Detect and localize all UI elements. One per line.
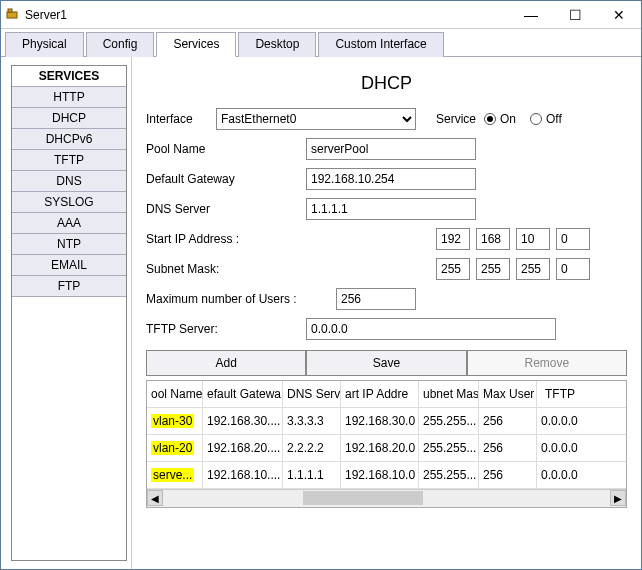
startip-oct3[interactable] — [516, 228, 550, 250]
table-cell: 0.0.0.0 — [537, 408, 579, 434]
tab-config[interactable]: Config — [86, 32, 155, 57]
col-gateway[interactable]: efault Gatewa — [203, 381, 283, 407]
startip-oct2[interactable] — [476, 228, 510, 250]
horizontal-scrollbar[interactable]: ◀ ▶ — [147, 489, 626, 507]
service-label: Service — [436, 112, 476, 126]
subnet-label: Subnet Mask: — [146, 262, 436, 276]
table-cell: 192.168.20.... — [203, 435, 283, 461]
remove-button[interactable]: Remove — [467, 350, 627, 376]
sidebar-item-tftp[interactable]: TFTP — [12, 150, 126, 171]
table-cell: 192.168.20.0 — [341, 435, 419, 461]
col-dns[interactable]: DNS Serve — [283, 381, 341, 407]
gateway-input[interactable] — [306, 168, 476, 190]
page-title: DHCP — [146, 73, 627, 94]
table-row[interactable]: vlan-30192.168.30....3.3.3.3192.168.30.0… — [147, 408, 626, 435]
table-cell: 256 — [479, 462, 537, 488]
table-row[interactable]: serve...192.168.10....1.1.1.1192.168.10.… — [147, 462, 626, 489]
sidebar-item-dns[interactable]: DNS — [12, 171, 126, 192]
maxusers-label: Maximum number of Users : — [146, 292, 336, 306]
table-cell: vlan-20 — [147, 435, 203, 461]
sidebar-item-http[interactable]: HTTP — [12, 87, 126, 108]
services-sidebar: SERVICES HTTP DHCP DHCPv6 TFTP DNS SYSLO… — [11, 65, 127, 561]
sidebar-item-aaa[interactable]: AAA — [12, 213, 126, 234]
minimize-button[interactable]: — — [509, 1, 553, 29]
pool-name-input[interactable] — [306, 138, 476, 160]
table-cell: 192.168.10.0 — [341, 462, 419, 488]
maximize-button[interactable]: ☐ — [553, 1, 597, 29]
sidebar-item-dhcp[interactable]: DHCP — [12, 108, 126, 129]
sidebar-item-ntp[interactable]: NTP — [12, 234, 126, 255]
col-subnet[interactable]: ubnet Mas — [419, 381, 479, 407]
tftp-label: TFTP Server: — [146, 322, 306, 336]
sidebar-item-email[interactable]: EMAIL — [12, 255, 126, 276]
startip-label: Start IP Address : — [146, 232, 436, 246]
svg-rect-1 — [8, 9, 12, 12]
titlebar: Server1 — ☐ ✕ — [1, 1, 641, 29]
table-cell: 3.3.3.3 — [283, 408, 341, 434]
table-cell: 0.0.0.0 — [537, 435, 579, 461]
radio-off-icon — [530, 113, 542, 125]
table-cell: 256 — [479, 408, 537, 434]
table-cell: 192.168.30.0 — [341, 408, 419, 434]
table-cell: 0.0.0.0 — [537, 462, 579, 488]
subnet-oct3[interactable] — [516, 258, 550, 280]
table-row[interactable]: vlan-20192.168.20....2.2.2.2192.168.20.0… — [147, 435, 626, 462]
table-cell: 255.255... — [419, 462, 479, 488]
subnet-oct2[interactable] — [476, 258, 510, 280]
svg-rect-0 — [7, 12, 17, 18]
table-cell: 255.255... — [419, 435, 479, 461]
dns-label: DNS Server — [146, 202, 306, 216]
app-window: Server1 — ☐ ✕ Physical Config Services D… — [0, 0, 642, 570]
table-cell: 192.168.30.... — [203, 408, 283, 434]
sidebar-item-ftp[interactable]: FTP — [12, 276, 126, 297]
col-tftp[interactable]: TFTP — [537, 381, 579, 407]
table-cell: 2.2.2.2 — [283, 435, 341, 461]
pool-name-label: Pool Name — [146, 142, 306, 156]
sidebar-item-syslog[interactable]: SYSLOG — [12, 192, 126, 213]
service-off-radio[interactable]: Off — [530, 112, 562, 126]
col-maxuser[interactable]: Max User — [479, 381, 537, 407]
scroll-left-icon[interactable]: ◀ — [147, 490, 163, 506]
subnet-oct4[interactable] — [556, 258, 590, 280]
table-cell: 192.168.10.... — [203, 462, 283, 488]
table-cell: 1.1.1.1 — [283, 462, 341, 488]
tab-physical[interactable]: Physical — [5, 32, 84, 57]
tab-strip: Physical Config Services Desktop Custom … — [1, 31, 641, 57]
dns-input[interactable] — [306, 198, 476, 220]
table-header-row: ool Name efault Gatewa DNS Serve art IP … — [147, 381, 626, 408]
radio-on-icon — [484, 113, 496, 125]
sidebar-header: SERVICES — [12, 66, 126, 87]
main-panel: DHCP Interface FastEthernet0 Service On … — [131, 57, 641, 569]
window-title: Server1 — [25, 8, 509, 22]
table-cell: serve... — [147, 462, 203, 488]
tab-desktop[interactable]: Desktop — [238, 32, 316, 57]
tab-services[interactable]: Services — [156, 32, 236, 57]
scroll-thumb[interactable] — [303, 491, 423, 505]
tftp-input[interactable] — [306, 318, 556, 340]
gateway-label: Default Gateway — [146, 172, 306, 186]
interface-select[interactable]: FastEthernet0 — [216, 108, 416, 130]
table-cell: 255.255... — [419, 408, 479, 434]
close-button[interactable]: ✕ — [597, 1, 641, 29]
interface-label: Interface — [146, 112, 216, 126]
table-cell: 256 — [479, 435, 537, 461]
subnet-oct1[interactable] — [436, 258, 470, 280]
add-button[interactable]: Add — [146, 350, 306, 376]
col-startip[interactable]: art IP Addre — [341, 381, 419, 407]
maxusers-input[interactable] — [336, 288, 416, 310]
service-on-radio[interactable]: On — [484, 112, 516, 126]
startip-oct1[interactable] — [436, 228, 470, 250]
pool-table: ool Name efault Gatewa DNS Serve art IP … — [146, 380, 627, 508]
sidebar-item-dhcpv6[interactable]: DHCPv6 — [12, 129, 126, 150]
table-cell: vlan-30 — [147, 408, 203, 434]
scroll-right-icon[interactable]: ▶ — [610, 490, 626, 506]
tab-custom-interface[interactable]: Custom Interface — [318, 32, 443, 57]
startip-oct4[interactable] — [556, 228, 590, 250]
save-button[interactable]: Save — [306, 350, 466, 376]
col-poolname[interactable]: ool Name — [147, 381, 203, 407]
app-icon — [5, 8, 21, 22]
